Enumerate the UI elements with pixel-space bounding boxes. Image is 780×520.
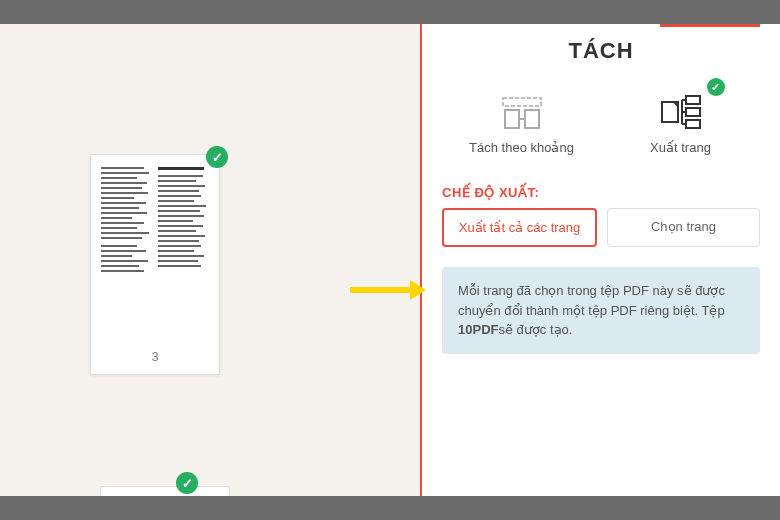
mode-label: Tách theo khoảng [446,140,597,155]
svg-rect-2 [525,110,539,128]
thumbnails-pane: 3 [0,24,420,496]
page-number-label: 3 [95,344,215,370]
check-icon [206,146,228,168]
mode-split-range[interactable]: Tách theo khoảng [442,82,601,163]
check-icon [707,78,725,96]
info-text-bold: 10PDF [458,322,498,337]
window-bottom-bar [0,496,780,520]
split-range-icon [446,90,597,134]
export-all-pages-button[interactable]: Xuất tất cả các trang [442,208,597,247]
svg-rect-1 [505,110,519,128]
mode-row: Tách theo khoảng [422,82,780,175]
active-tab-indicator [660,24,760,27]
split-panel: TÁCH Tách theo khoảng [420,24,780,496]
page-thumbnail-3[interactable]: 3 [90,154,220,375]
window-top-bar [0,0,780,24]
svg-rect-7 [686,120,700,128]
export-mode-row: Xuất tất cả các trang Chọn trang [422,208,780,261]
info-text-suffix: sẽ được tạo. [498,322,572,337]
info-text-prefix: Mỗi trang đã chọn trong tệp PDF này sẽ đ… [458,283,725,318]
check-icon [176,472,198,494]
info-box: Mỗi trang đã chọn trong tệp PDF này sẽ đ… [442,267,760,354]
extract-pages-icon [605,90,756,134]
select-pages-button[interactable]: Chọn trang [607,208,760,247]
svg-rect-6 [686,108,700,116]
mode-label: Xuất trang [605,140,756,155]
app-container: 3 TÁCH Tách theo khoảng [0,24,780,496]
panel-title: TÁCH [422,24,780,82]
page-thumbnail-next[interactable] [100,486,230,496]
svg-rect-0 [503,98,541,106]
export-mode-label: CHẾ ĐỘ XUẤT: [422,175,780,208]
svg-rect-5 [686,96,700,104]
highlight-arrow-icon [350,287,412,293]
mode-extract-pages[interactable]: Xuất trang [601,82,760,163]
